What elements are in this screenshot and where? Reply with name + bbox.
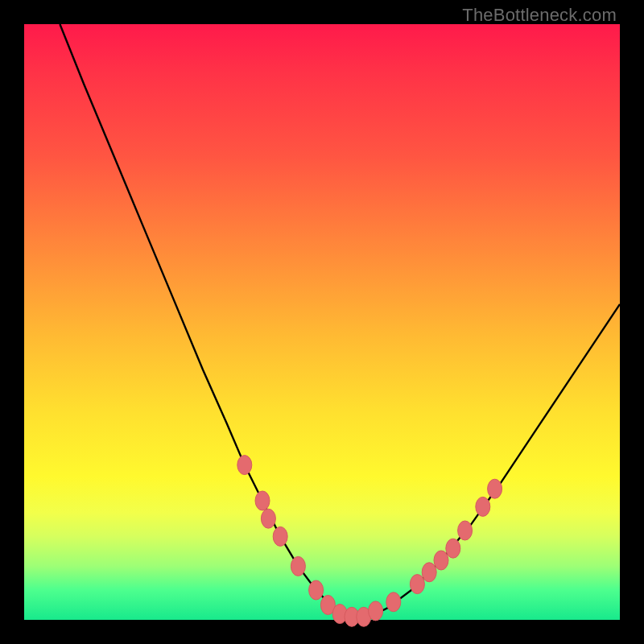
curve-marker	[261, 509, 275, 528]
curve-marker	[369, 601, 383, 621]
curve-marker	[273, 526, 287, 546]
plot-area	[24, 24, 620, 620]
curve-marker	[458, 521, 473, 540]
curve-marker	[446, 539, 460, 558]
curve-marker	[386, 592, 401, 612]
curve-marker	[309, 580, 324, 600]
curve-marker	[410, 575, 424, 594]
watermark-text: TheBottleneck.com	[462, 5, 617, 26]
curve-marker	[488, 479, 502, 498]
curve-marker	[291, 556, 305, 576]
curve-svg	[24, 24, 620, 620]
curve-marker	[255, 491, 270, 510]
chart-frame: TheBottleneck.com	[0, 0, 644, 644]
curve-markers	[237, 456, 502, 627]
curve-marker	[237, 456, 252, 475]
bottleneck-curve	[60, 24, 620, 617]
curve-marker	[422, 563, 436, 582]
curve-marker	[476, 497, 490, 516]
curve-marker	[434, 551, 448, 570]
